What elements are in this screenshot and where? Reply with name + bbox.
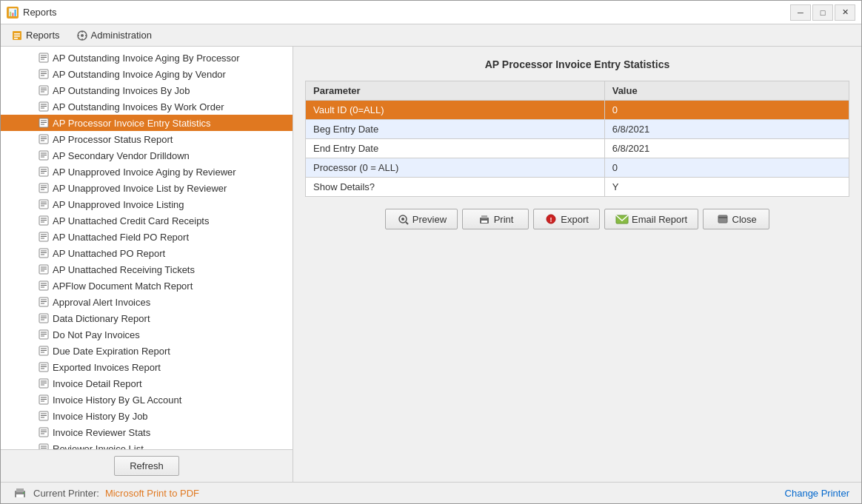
tree-item-ap-unapproved-listing[interactable]: AP Unapproved Invoice Listing [1,196,293,212]
tree-item-do-not-pay[interactable]: Do Not Pay Invoices [1,326,293,343]
report-icon [38,443,50,449]
param-value: Y [604,178,849,197]
printer-info: Current Printer: Microsoft Print to PDF [13,485,199,500]
report-icon [38,296,50,308]
param-name: Processor (0 = ALL) [306,158,605,178]
report-icon [38,312,50,324]
minimize-button[interactable]: ─ [790,4,811,21]
export-button[interactable]: !Export [533,209,600,229]
action-buttons: PreviewPrint!ExportEmail ReportClose [305,209,849,229]
email-report-button[interactable]: Email Report [604,209,698,229]
tree-item-ap-unattached-po[interactable]: AP Unattached PO Report [1,245,293,261]
report-icon [38,263,50,275]
tree-item-data-dictionary[interactable]: Data Dictionary Report [1,310,293,326]
admin-menu-icon [76,30,88,41]
param-value: 0 [604,158,849,178]
tree-item-invoice-history-gl[interactable]: Invoice History By GL Account [1,392,293,408]
svg-rect-3 [14,38,18,39]
report-icon [38,377,50,389]
change-printer-link[interactable]: Change Printer [785,488,849,499]
svg-rect-135 [16,494,24,497]
report-icon [38,52,50,64]
tree-item-label: AP Outstanding Invoices By Work Order [53,101,224,112]
tree-item-ap-processor-invoice-entry[interactable]: AP Processor Invoice Entry Statistics [1,115,293,131]
param-value: 6/8/2021 [604,120,849,139]
tree-item-label: Due Date Expiration Report [53,346,170,357]
tree-item-invoice-reviewer-stats[interactable]: Invoice Reviewer Stats [1,424,293,440]
tree-item-label: AP Unattached PO Report [53,248,165,259]
tree-item-label: AP Unattached Receiving Tickets [53,264,195,275]
svg-rect-126 [481,215,487,218]
menu-bar: Reports Administration [1,24,861,47]
tree-item-apflow-document-match[interactable]: APFlow Document Match Report [1,278,293,294]
tree-item-label: AP Outstanding Invoice Aging By Processo… [53,53,240,64]
report-icon [38,280,50,292]
tree-list[interactable]: AP Outstanding Invoice Aging By Processo… [1,47,293,449]
refresh-button[interactable]: Refresh [114,456,179,476]
menu-reports[interactable]: Reports [4,27,67,44]
tree-item-ap-unapproved-list-reviewer[interactable]: AP Unapproved Invoice List by Reviewer [1,180,293,196]
print-label: Print [494,214,514,225]
tree-item-label: Invoice History By Job [53,411,148,422]
preview-button[interactable]: Preview [385,209,458,229]
tree-item-ap-outstanding-by-work-order[interactable]: AP Outstanding Invoices By Work Order [1,98,293,115]
report-icon [38,68,50,80]
menu-administration[interactable]: Administration [69,27,159,44]
report-icon [38,231,50,243]
tree-item-label: AP Processor Invoice Entry Statistics [53,118,211,129]
app-icon: 📊 [7,7,19,19]
tree-item-ap-outstanding-by-job[interactable]: AP Outstanding Invoices By Job [1,82,293,98]
tree-item-label: AP Unattached Credit Card Receipts [53,215,209,226]
tree-item-invoice-detail[interactable]: Invoice Detail Report [1,375,293,392]
report-icon [38,166,50,178]
svg-rect-1 [14,33,20,35]
tree-item-label: Invoice Reviewer Stats [53,427,150,438]
tree-item-label: Data Dictionary Report [53,313,150,324]
tree-item-ap-processor-status[interactable]: AP Processor Status Report [1,131,293,147]
preview-icon [396,213,410,225]
menu-reports-label: Reports [26,30,60,41]
tree-item-label: APFlow Document Match Report [53,280,193,292]
tree-item-ap-secondary-vendor[interactable]: AP Secondary Vendor Drilldown [1,147,293,164]
email-report-icon [615,213,629,225]
param-name: End Entry Date [306,139,605,158]
export-label: Export [561,214,589,225]
tree-item-ap-unapproved-aging-reviewer[interactable]: AP Unapproved Invoice Aging by Reviewer [1,164,293,180]
close-icon [716,213,729,225]
param-row-show-details: Show Details?Y [306,178,849,197]
tree-item-ap-unattached-field-po[interactable]: AP Unattached Field PO Report [1,229,293,245]
tree-item-invoice-history-job[interactable]: Invoice History By Job [1,408,293,424]
tree-item-label: AP Outstanding Invoice Aging by Vendor [53,69,226,80]
parameters-table: Parameter Value Vault ID (0=ALL)0Beg Ent… [305,81,849,197]
main-content: AP Outstanding Invoice Aging By Processo… [1,47,861,482]
tree-item-ap-outstanding-aging-processor[interactable]: AP Outstanding Invoice Aging By Processo… [1,50,293,66]
tree-item-ap-unattached-credit[interactable]: AP Unattached Credit Card Receipts [1,212,293,229]
tree-item-ap-unattached-receiving[interactable]: AP Unattached Receiving Tickets [1,261,293,278]
maximize-button[interactable]: □ [812,4,833,21]
tree-item-label: Exported Invoices Report [53,362,161,373]
close-button[interactable]: ✕ [835,4,855,21]
print-button[interactable]: Print [462,209,529,229]
tree-item-label: AP Secondary Vendor Drilldown [53,150,190,161]
report-icon [38,361,50,373]
svg-point-5 [81,34,84,37]
report-icon [38,394,50,406]
close-button[interactable]: Close [703,209,769,229]
param-name: Vault ID (0=ALL) [306,101,605,120]
param-value: 6/8/2021 [604,139,849,158]
value-col-header: Value [604,81,849,101]
svg-point-123 [401,218,404,221]
left-panel: AP Outstanding Invoice Aging By Processo… [1,47,293,482]
window-controls: ─ □ ✕ [790,4,855,21]
tree-item-ap-outstanding-aging-vendor[interactable]: AP Outstanding Invoice Aging by Vendor [1,66,293,82]
svg-rect-131 [718,215,727,223]
reports-menu-icon [11,30,23,41]
report-icon [38,198,50,210]
tree-item-approval-alert[interactable]: Approval Alert Invoices [1,294,293,310]
print-icon [478,213,491,225]
report-icon [38,410,50,422]
tree-item-label: AP Unattached Field PO Report [53,232,189,243]
tree-item-reviewer-invoice-list[interactable]: Reviewer Invoice List [1,440,293,449]
tree-item-due-date-expiration[interactable]: Due Date Expiration Report [1,343,293,359]
tree-item-exported-invoices[interactable]: Exported Invoices Report [1,359,293,375]
